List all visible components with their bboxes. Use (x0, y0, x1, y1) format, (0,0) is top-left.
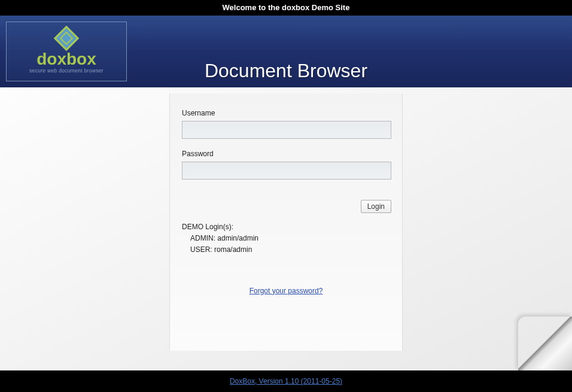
footer: DoxBox, Version 1.10 (2011-05-25) (0, 370, 572, 392)
button-row: Login (182, 200, 391, 213)
version-link[interactable]: DoxBox, Version 1.10 (2011-05-25) (230, 377, 342, 385)
login-panel: Username Password Login DEMO Login(s): A… (169, 93, 403, 351)
banner-text: Welcome to the doxbox Demo Site (223, 3, 350, 12)
username-label: Username (182, 109, 390, 117)
logo-diamond-icon (54, 26, 79, 51)
login-button[interactable]: Login (361, 200, 391, 213)
demo-info: DEMO Login(s): ADMIN: admin/admin USER: … (182, 221, 390, 256)
demo-heading: DEMO Login(s): (182, 221, 390, 233)
demo-admin-credentials: ADMIN: admin/admin (182, 233, 390, 244)
password-label: Password (182, 150, 390, 158)
username-input[interactable] (182, 121, 391, 139)
forgot-password-link[interactable]: Forgot your password? (250, 287, 323, 295)
content-area: Username Password Login DEMO Login(s): A… (0, 87, 572, 370)
logo: doxbox secure web document browser (6, 22, 127, 81)
demo-user-credentials: USER: roma/admin (182, 244, 390, 256)
forgot-password-row: Forgot your password? (182, 285, 390, 296)
password-input[interactable] (182, 162, 391, 180)
page-curl-decoration (518, 317, 572, 370)
logo-text: doxbox (36, 50, 96, 69)
welcome-banner: Welcome to the doxbox Demo Site (0, 0, 572, 16)
header: doxbox secure web document browser Docum… (0, 16, 572, 87)
logo-subtext: secure web document browser (29, 68, 104, 74)
page-title: Document Browser (205, 60, 367, 82)
